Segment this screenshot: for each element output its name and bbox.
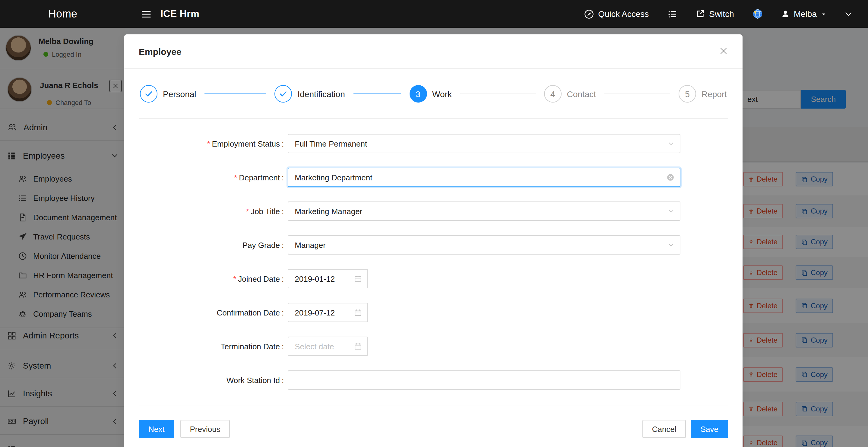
field-label: *Job Title: [139, 207, 280, 216]
close-icon: [719, 47, 728, 56]
step-label: Contact: [567, 89, 596, 99]
step-connector: [460, 93, 536, 94]
required-mark: *: [207, 139, 210, 148]
chevron-down-icon: [668, 242, 674, 248]
checklist-icon: [667, 9, 677, 19]
label-colon: :: [282, 308, 284, 317]
date-value: 2019-01-12: [294, 274, 335, 283]
clear-icon[interactable]: [666, 173, 674, 181]
step-identification[interactable]: Identification: [275, 85, 409, 102]
save-button[interactable]: Save: [691, 420, 728, 438]
form-row-termination-date: Termination Date : Select date: [139, 337, 728, 356]
step-work[interactable]: 3 Work: [409, 85, 544, 102]
hamburger-menu-icon[interactable]: [141, 8, 152, 20]
chevron-down-icon: [844, 10, 852, 18]
required-mark: *: [234, 173, 237, 182]
language-button[interactable]: [752, 8, 763, 19]
app-viewport: Home ICE Hrm Quick Access Switch Melba: [0, 0, 868, 447]
user-menu-label: Melba: [794, 9, 817, 19]
step-contact[interactable]: 4 Contact: [544, 85, 679, 102]
label-colon: :: [282, 240, 284, 249]
form-row-employment-status: *Employment Status : Full Time Permanent: [139, 134, 728, 153]
collapse-navbar-button[interactable]: [844, 10, 852, 18]
step-label: Report: [702, 89, 727, 99]
form-row-work-station-id: Work Station Id :: [139, 370, 728, 390]
step-label: Personal: [163, 89, 196, 99]
step-report[interactable]: 5 Report: [679, 85, 727, 102]
top-navbar: Home ICE Hrm Quick Access Switch Melba: [0, 0, 868, 28]
step-connector: [205, 93, 266, 94]
confirmation-date-picker[interactable]: 2019-07-12: [287, 303, 368, 322]
step-check-icon: [275, 85, 292, 102]
modal-title: Employee: [139, 46, 182, 56]
calendar-icon: [354, 342, 362, 350]
label-colon: :: [282, 342, 284, 351]
step-number: 5: [679, 85, 696, 102]
work-station-id-input[interactable]: [287, 370, 680, 390]
label-colon: :: [282, 207, 284, 216]
label-colon: :: [282, 274, 284, 283]
cancel-button[interactable]: Cancel: [642, 420, 686, 438]
employment-status-select[interactable]: Full Time Permanent: [287, 134, 680, 153]
department-select[interactable]: Marketing Department: [287, 168, 680, 187]
previous-button[interactable]: Previous: [180, 420, 230, 438]
label-colon: :: [282, 173, 284, 182]
employee-modal: Employee Personal Identification 3 Work: [124, 34, 743, 447]
app-brand: ICE Hrm: [160, 8, 199, 19]
field-label: Confirmation Date: [139, 308, 280, 317]
work-form: *Employment Status : Full Time Permanent…: [124, 119, 743, 390]
calendar-icon: [354, 275, 362, 282]
caret-down-icon: [821, 11, 826, 17]
modal-footer: Next Previous Cancel Save: [139, 420, 728, 438]
date-value: 2019-07-12: [294, 308, 335, 317]
step-number: 4: [544, 85, 562, 102]
globe-icon: [752, 8, 763, 19]
label-colon: :: [282, 139, 284, 148]
select-value: Manager: [294, 240, 326, 249]
nav-home-link[interactable]: Home: [0, 7, 125, 20]
required-mark: *: [246, 207, 249, 216]
select-value: Marketing Manager: [294, 207, 362, 216]
step-connector: [353, 93, 401, 94]
step-label: Identification: [298, 89, 345, 99]
step-number: 3: [409, 85, 427, 102]
field-label: Pay Grade: [139, 240, 280, 249]
step-personal[interactable]: Personal: [140, 85, 275, 102]
modal-close-button[interactable]: [719, 47, 728, 56]
field-label: Work Station Id: [139, 376, 280, 385]
field-label: Termination Date: [139, 342, 280, 351]
select-value: Full Time Permanent: [294, 139, 367, 148]
form-row-confirmation-date: Confirmation Date : 2019-07-12: [139, 303, 728, 322]
user-menu[interactable]: Melba: [781, 9, 826, 19]
tasks-button[interactable]: [667, 9, 677, 19]
date-placeholder: Select date: [294, 342, 334, 351]
termination-date-picker[interactable]: Select date: [287, 337, 368, 356]
edit-circle-icon: [584, 9, 594, 19]
next-button[interactable]: Next: [139, 420, 174, 438]
joined-date-picker[interactable]: 2019-01-12: [287, 269, 368, 288]
step-connector: [604, 93, 670, 94]
switch-button[interactable]: Switch: [695, 9, 734, 19]
field-label: *Joined Date: [139, 274, 280, 283]
switch-icon: [695, 9, 705, 19]
form-row-job-title: *Job Title : Marketing Manager: [139, 202, 728, 221]
required-mark: *: [233, 274, 236, 283]
field-label: *Employment Status: [139, 139, 280, 148]
field-label: *Department: [139, 173, 280, 182]
calendar-icon: [354, 308, 362, 317]
pay-grade-select[interactable]: Manager: [287, 235, 680, 255]
navbar-right: Quick Access Switch Melba: [565, 8, 852, 19]
person-icon: [781, 10, 789, 18]
chevron-down-icon: [668, 208, 674, 214]
quick-access-label: Quick Access: [598, 9, 649, 19]
quick-access-button[interactable]: Quick Access: [584, 9, 649, 19]
step-check-icon: [140, 85, 157, 102]
chevron-down-icon: [668, 140, 674, 147]
form-row-pay-grade: Pay Grade : Manager: [139, 235, 728, 255]
wizard-steps: Personal Identification 3 Work 4 Contact…: [124, 69, 743, 102]
label-colon: :: [282, 376, 284, 385]
modal-header: Employee: [124, 34, 743, 69]
job-title-select[interactable]: Marketing Manager: [287, 202, 680, 221]
divider: [139, 405, 728, 406]
switch-label: Switch: [709, 9, 734, 19]
